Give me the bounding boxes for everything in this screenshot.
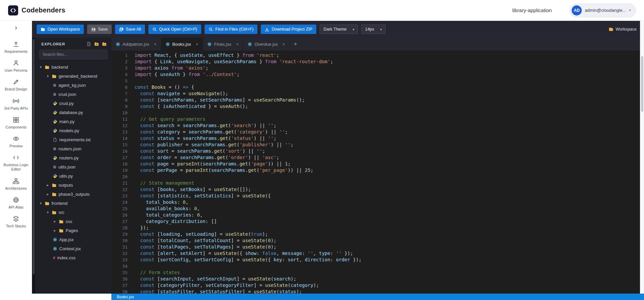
code-line[interactable]: 6const Books = () => { xyxy=(111,84,644,90)
new-folder-button[interactable] xyxy=(94,42,99,46)
code-line[interactable]: 15 const publisher = searchParams.get('p… xyxy=(111,142,644,148)
code-line[interactable]: 2import { Link, useNavigate, useSearchPa… xyxy=(111,59,644,65)
code-line[interactable]: 31 const [totalPages, setTotalPages] = u… xyxy=(111,244,644,250)
sidebar-item-3rd-party-apis[interactable]: 3rd Party APIs xyxy=(0,98,32,111)
account-menu[interactable]: AD admin@cloudangle... ▾ xyxy=(569,3,636,17)
code-line[interactable]: 7 const navigate = useNavigate(); xyxy=(111,90,644,97)
tree-folder-frontend[interactable]: ▾frontend xyxy=(35,199,111,208)
close-icon[interactable]: × xyxy=(196,42,199,47)
line-number: 38 xyxy=(111,289,135,294)
close-icon[interactable]: × xyxy=(283,42,285,47)
sidebar-item-user-persona[interactable]: User Persona xyxy=(0,60,32,73)
sidebar-item-api-atlas[interactable]: API Atlas xyxy=(0,197,32,210)
code-line[interactable]: 26 total_categories: 0, xyxy=(111,212,644,218)
code-line[interactable]: 28 }); xyxy=(111,225,644,231)
find-in-files-button[interactable]: Find in Files (Ctrl+F) xyxy=(205,25,258,34)
tree-folder-Pages[interactable]: ▸Pages xyxy=(35,226,111,235)
code-line[interactable]: 22 const [books, setBooks] = useState([]… xyxy=(111,186,644,193)
tree-file-main.py[interactable]: main.py xyxy=(35,117,111,126)
code-line[interactable]: 8 const [searchParams, setSearchParams] … xyxy=(111,97,644,103)
tree-file-App.jsx[interactable]: App.jsx xyxy=(35,235,111,244)
code-line[interactable]: 21 // State management xyxy=(111,180,644,186)
tab-overdue-jsx[interactable]: Overdue.jsx× xyxy=(243,38,290,50)
code-line[interactable]: 32 const [alert, setAlert] = useState({ … xyxy=(111,250,644,257)
tab-books-jsx[interactable]: Books.jsx× xyxy=(161,38,203,50)
window-scrollbar[interactable] xyxy=(640,21,644,294)
tree-folder-outputs[interactable]: ▸outputs xyxy=(35,181,111,190)
tree-file-routers.json[interactable]: ⚙routers.json xyxy=(35,144,111,153)
code-line[interactable]: 38 const [statusFilter, setStatusFilter]… xyxy=(111,289,644,294)
sidebar-item-architectures[interactable]: Architectures xyxy=(0,178,32,191)
code-line[interactable]: 3import axios from 'axios'; xyxy=(111,65,644,71)
close-icon[interactable]: × xyxy=(154,42,157,47)
new-tab-button[interactable]: + xyxy=(290,38,301,50)
code-line[interactable]: 9 const { isAuthenticated } = useAuth(); xyxy=(111,103,644,110)
code-line[interactable]: 10 xyxy=(111,110,644,116)
open-workspace-button[interactable]: Open Workspace xyxy=(37,25,84,34)
close-icon[interactable]: × xyxy=(236,42,239,47)
sidebar-item-components[interactable]: Components xyxy=(0,117,32,129)
code-line[interactable]: 13 const category = searchParams.get('ca… xyxy=(111,129,644,135)
tree-file-utils.json[interactable]: ⚙utils.json xyxy=(35,162,111,172)
code-area[interactable]: 1import React, { useState, useEffect } f… xyxy=(111,50,644,294)
sidebar-scrollbar[interactable] xyxy=(32,38,35,294)
search-input[interactable] xyxy=(39,50,107,59)
sidebar-item-requirements[interactable]: Requirements xyxy=(0,41,32,54)
code-line[interactable]: 23 const [statistics, setStatistics] = u… xyxy=(111,193,644,199)
code-line[interactable]: 36 const [searchInput, setSearchInput] =… xyxy=(111,276,644,282)
new-file-button[interactable] xyxy=(86,42,91,46)
scrollbar-thumb[interactable] xyxy=(33,39,35,274)
code-line[interactable]: 30 const [totalCount, setTotalCount] = u… xyxy=(111,237,644,244)
tree-folder-phase3_outputs[interactable]: ▸phase3_outputs xyxy=(35,190,111,199)
code-line[interactable]: 16 const sort = searchParams.get('sort')… xyxy=(111,148,644,154)
code-line[interactable]: 33 const [sortConfig, setSortConfig] = u… xyxy=(111,257,644,263)
quick-open-button[interactable]: Quick Open (Ctrl+P) xyxy=(148,25,201,34)
code-line[interactable]: 27 category_distribution: [] xyxy=(111,218,644,225)
download-project-zip-button[interactable]: Download Project ZIP xyxy=(261,25,316,34)
collapse-folders-button[interactable] xyxy=(102,42,107,46)
code-line[interactable]: 14 const status = searchParams.get('stat… xyxy=(111,135,644,142)
code-line[interactable]: 1import React, { useState, useEffect } f… xyxy=(111,52,644,59)
tab-addpatron-jsx[interactable]: Addpatron.jsx× xyxy=(111,38,161,50)
sidebar-item-tech-stacks[interactable]: Tech Stacks xyxy=(0,216,32,228)
code-line[interactable]: 18 const page = parseInt(searchParams.ge… xyxy=(111,161,644,167)
tree-file-crud.json[interactable]: ⚙crud.json xyxy=(35,90,111,99)
code-line[interactable]: 19 const perPage = parseInt(searchParams… xyxy=(111,167,644,174)
tab-fines-jsx[interactable]: Fines.jsx× xyxy=(203,38,243,50)
code-line[interactable]: 25 available_books: 0, xyxy=(111,205,644,212)
tree-file-index.css[interactable]: #index.css xyxy=(35,253,111,262)
code-line[interactable]: 20 xyxy=(111,174,644,180)
tree-folder-backend[interactable]: ▾backend xyxy=(35,63,111,72)
sidebar-item-preview[interactable]: Preview xyxy=(0,136,32,148)
code-line[interactable]: 35 // Form states xyxy=(111,269,644,276)
tree-folder-generated_backend[interactable]: ▾generated_backend xyxy=(35,72,111,81)
tree-folder-css[interactable]: ▸css xyxy=(35,217,111,226)
sidebar-item-business-logic-editor[interactable]: Business Logic Editor xyxy=(0,154,32,172)
code-line[interactable]: 29 const [loading, setLoading] = useStat… xyxy=(111,231,644,237)
theme-select[interactable]: Dark Theme ▾ xyxy=(320,25,358,34)
tree-file-agent_kg.json[interactable]: ⚙agent_kg.json xyxy=(35,81,111,90)
code-line[interactable]: 17 const order = searchParams.get('order… xyxy=(111,154,644,161)
save-button[interactable]: Save xyxy=(87,25,112,34)
tree-file-Context.jsx[interactable]: Context.jsx xyxy=(35,244,111,253)
tree-file-requirements.txt[interactable]: requirements.txt xyxy=(35,135,111,144)
code-line[interactable]: 11 // Get query parameters xyxy=(111,116,644,122)
tree-file-database.py[interactable]: database.py xyxy=(35,108,111,117)
code-line[interactable]: 5 xyxy=(111,78,644,84)
collapse-sidebar-button[interactable]: › xyxy=(15,24,17,33)
tree-file-routers.py[interactable]: routers.py xyxy=(35,153,111,162)
code-line[interactable]: 12 const search = searchParams.get('sear… xyxy=(111,122,644,129)
code-line[interactable]: 34 xyxy=(111,263,644,269)
font-size-select[interactable]: 14px ▾ xyxy=(361,25,386,34)
tree-file-crud.py[interactable]: crud.py xyxy=(35,99,111,108)
code-line[interactable]: 24 total_books: 0, xyxy=(111,199,644,205)
editor: Addpatron.jsx×Books.jsx×Fines.jsx×Overdu… xyxy=(111,38,644,294)
code-line[interactable]: 4import { useAuth } from '../Context'; xyxy=(111,71,644,78)
tree-folder-src[interactable]: ▾src xyxy=(35,208,111,217)
tree-file-models.py[interactable]: models.py xyxy=(35,126,111,135)
scrollbar-thumb[interactable] xyxy=(641,56,643,112)
sidebar-item-brand-design[interactable]: Brand Design xyxy=(0,79,32,91)
code-line[interactable]: 37 const [categoryFilter, setCategoryFil… xyxy=(111,282,644,289)
tree-file-utils.py[interactable]: utils.py xyxy=(35,172,111,181)
save-all-button[interactable]: Save All xyxy=(115,25,145,34)
